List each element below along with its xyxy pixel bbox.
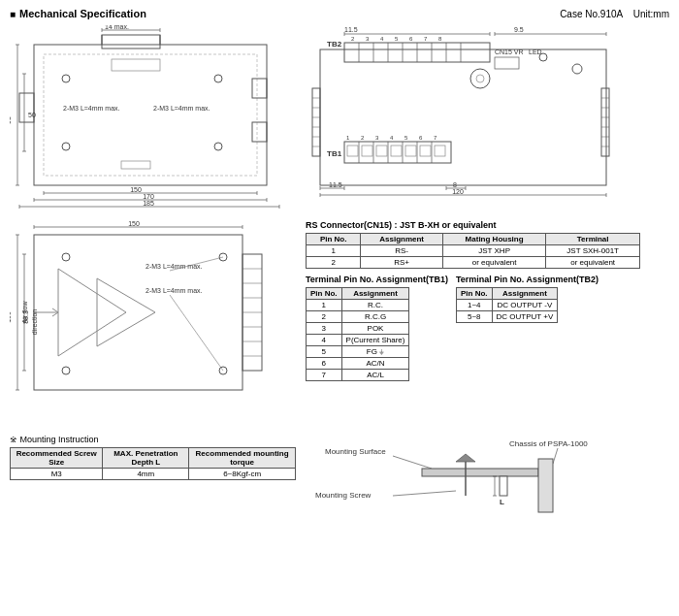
mounting-col2: MAX. Penetration Depth L (103, 448, 189, 469)
mounting-val3: 6~8Kgf-cm (189, 469, 296, 480)
tb1-col-assign: Assignment (341, 288, 409, 300)
table-row: 7AC/L (307, 370, 409, 381)
tb1-block: Terminal Pin No. Assignment(TB1) Pin No.… (306, 275, 448, 381)
table-row: 6AC/N (307, 358, 409, 370)
svg-text:TB2: TB2 (327, 40, 342, 49)
svg-rect-80 (362, 146, 372, 156)
svg-line-142 (170, 295, 223, 371)
col-pin: Pin No. (307, 234, 361, 245)
svg-line-125 (52, 308, 58, 312)
svg-rect-162 (538, 459, 553, 512)
svg-point-59 (539, 53, 547, 61)
svg-text:6: 6 (409, 36, 413, 42)
svg-point-62 (476, 75, 484, 82)
svg-text:L: L (500, 498, 504, 506)
tb2-col-pin: Pin No. (457, 288, 493, 300)
case-info: Case No.910A Unit:mm (560, 9, 669, 19)
svg-point-136 (62, 367, 70, 374)
svg-text:2-M3 L=4mm max.: 2-M3 L=4mm max. (153, 105, 210, 112)
svg-text:CN15 VR: CN15 VR (495, 49, 524, 55)
svg-rect-13 (121, 161, 150, 169)
svg-text:14 max.: 14 max. (105, 25, 129, 30)
case-number: Case No.910A (560, 9, 623, 19)
svg-text:8: 8 (453, 181, 457, 188)
tb1-table: Pin No. Assignment 1R.C.2R.C.G3POK4P(Cur… (306, 287, 409, 381)
svg-text:58.3: 58.3 (22, 310, 29, 324)
title-text: Mechanical Specification (19, 8, 146, 19)
mounting-diagram: Mounting Surface Chassis of PSPA-1000 Mo… (306, 435, 640, 522)
svg-rect-2 (102, 35, 160, 49)
col-assign: Assignment (361, 234, 443, 245)
top-left-diagram: 14 max. 93 50 2-M3 L=4mm max. 2-M3 L=4mm… (10, 25, 296, 214)
tb2-col-assign: Assignment (492, 288, 558, 300)
svg-text:11.5: 11.5 (344, 26, 358, 33)
table-row: 5~8DC OUTPUT +V (457, 311, 558, 323)
tb2-table: Pin No. Assignment 1~4DC OUTPUT -V5~8DC … (456, 287, 558, 323)
svg-text:LED: LED (529, 49, 542, 55)
svg-text:3: 3 (366, 36, 370, 42)
svg-point-135 (62, 253, 70, 261)
svg-rect-12 (112, 59, 160, 71)
svg-text:2: 2 (361, 135, 365, 141)
svg-text:9.5: 9.5 (514, 26, 524, 33)
svg-text:100: 100 (10, 311, 12, 323)
rs-connector-table: Pin No. Assignment Mating Housing Termin… (306, 233, 640, 269)
table-row: 4P(Current Share) (307, 335, 409, 346)
svg-text:7: 7 (434, 135, 437, 141)
tb1-col-pin: Pin No. (307, 288, 342, 300)
svg-line-167 (393, 491, 456, 496)
svg-text:150: 150 (128, 220, 140, 227)
svg-text:2-M3 L=4mm max.: 2-M3 L=4mm max. (146, 287, 203, 294)
svg-rect-64 (344, 142, 451, 163)
svg-text:170: 170 (143, 193, 154, 200)
svg-text:Mounting Surface: Mounting Surface (325, 447, 386, 456)
svg-rect-163 (500, 476, 507, 496)
svg-text:Chassis of PSPA-1000: Chassis of PSPA-1000 (509, 439, 588, 448)
svg-rect-83 (405, 146, 416, 156)
bottom-left-diagram: 2-M3 L=4mm max. 2-M3 L=4mm max. Air flow… (10, 220, 296, 429)
svg-rect-85 (435, 146, 445, 156)
page: Mechanical Specification Case No.910A Un… (0, 0, 679, 616)
mounting-val1: M3 (11, 469, 103, 480)
svg-text:Mounting Screw: Mounting Screw (315, 491, 372, 500)
table-row: 1R.C. (307, 300, 409, 311)
tb1-title: Terminal Pin No. Assignment(TB1) (306, 275, 448, 284)
svg-text:2-M3 L=4mm max.: 2-M3 L=4mm max. (63, 105, 120, 112)
svg-rect-84 (420, 146, 431, 156)
svg-text:11.5: 11.5 (329, 181, 342, 188)
svg-marker-165 (456, 454, 475, 462)
svg-rect-79 (347, 146, 358, 156)
svg-rect-1 (44, 54, 257, 176)
mounting-table: Recommended Screw Size MAX. Penetration … (10, 447, 296, 480)
mounting-note: ※ Mounting Instruction (10, 435, 296, 444)
svg-marker-122 (58, 269, 126, 356)
svg-text:6: 6 (419, 135, 423, 141)
unit-label: Unit:mm (633, 9, 669, 19)
col-terminal: Terminal (546, 234, 640, 245)
table-row: 2R.C.G (307, 311, 409, 323)
svg-text:2: 2 (351, 36, 355, 42)
svg-text:1: 1 (346, 135, 350, 141)
svg-point-10 (62, 143, 70, 150)
svg-point-11 (214, 143, 222, 150)
mounting-col3: Recommended mounting torque (189, 448, 296, 469)
svg-rect-81 (376, 146, 387, 156)
svg-line-160 (553, 448, 558, 464)
svg-line-158 (393, 456, 432, 469)
svg-rect-87 (601, 88, 609, 156)
mounting-val2: 4mm (103, 469, 189, 480)
svg-rect-6 (252, 79, 267, 98)
svg-rect-82 (391, 146, 402, 156)
svg-text:2-M3 L=4mm max.: 2-M3 L=4mm max. (146, 263, 203, 270)
svg-text:TB1: TB1 (327, 149, 342, 158)
table-row: 5FG ⏚ (307, 346, 409, 358)
rs-connector-title: RS Connector(CN15) : JST B-XH or equival… (306, 220, 640, 230)
svg-text:3: 3 (375, 135, 379, 141)
svg-point-61 (470, 69, 490, 88)
svg-text:93: 93 (10, 116, 12, 124)
svg-text:direction: direction (31, 309, 38, 336)
svg-point-9 (214, 75, 222, 82)
svg-text:150: 150 (130, 186, 142, 193)
mounting-instruction-block: ※ Mounting Instruction Recommended Screw… (10, 435, 296, 522)
svg-point-86 (572, 64, 582, 74)
